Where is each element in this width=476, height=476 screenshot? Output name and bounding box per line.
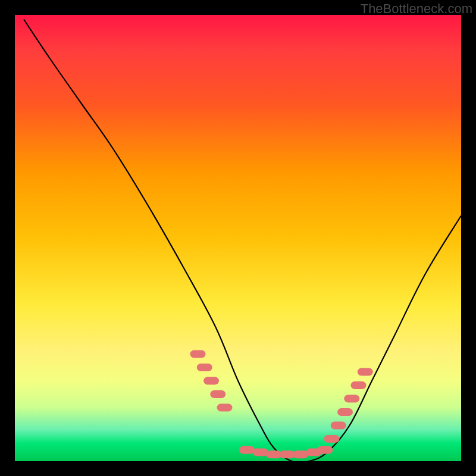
- chart-container: [15, 15, 461, 461]
- marker-point: [293, 450, 308, 458]
- marker-point: [210, 390, 226, 398]
- marker-point: [253, 449, 268, 456]
- marker-point: [280, 450, 295, 458]
- marker-point: [239, 446, 255, 454]
- marker-point: [217, 404, 233, 412]
- marker-point: [317, 446, 333, 454]
- marker-point: [344, 395, 359, 403]
- watermark-text: TheBottleneck.com: [361, 1, 472, 17]
- bottleneck-curve: [24, 20, 461, 462]
- marker-point: [203, 377, 219, 385]
- marker-point: [358, 368, 373, 376]
- marker-point: [351, 381, 367, 389]
- marker-point: [197, 364, 212, 371]
- chart-svg: [15, 15, 461, 461]
- marker-point: [331, 422, 346, 430]
- marker-point: [190, 350, 206, 358]
- marker-point: [324, 435, 340, 443]
- marker-point: [266, 450, 281, 458]
- highlighted-points: [190, 350, 373, 459]
- marker-point: [337, 408, 353, 416]
